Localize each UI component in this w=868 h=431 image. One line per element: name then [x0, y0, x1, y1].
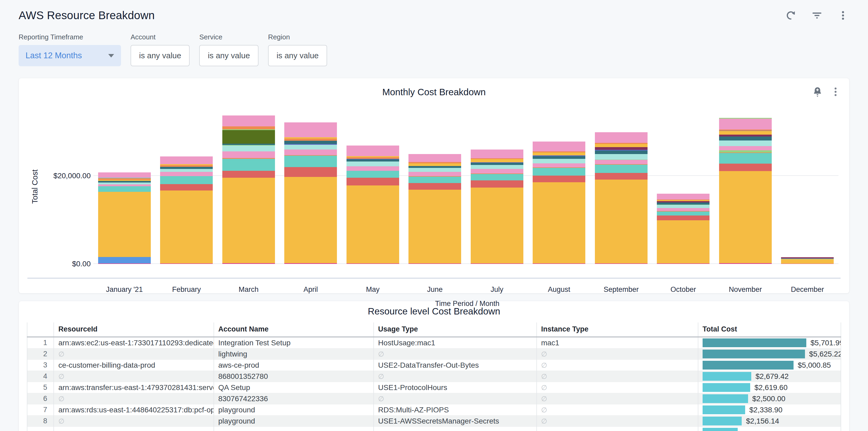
bar-segment-pink[interactable]: [533, 163, 585, 167]
bar-segment-pink[interactable]: [657, 194, 710, 199]
bar-segment-pink[interactable]: [719, 146, 772, 150]
stacked-bar[interactable]: [98, 173, 151, 264]
stacked-bar[interactable]: [284, 122, 337, 264]
bar-segment-coral[interactable]: [471, 180, 523, 187]
bar-segment-olive[interactable]: [222, 130, 275, 144]
bar-segment-amber[interactable]: [533, 182, 585, 264]
bar-segment-magenta[interactable]: [781, 264, 834, 264]
region-filter-button[interactable]: is any value: [268, 45, 327, 66]
bar-segment-teal[interactable]: [160, 176, 213, 184]
more-vert-icon[interactable]: [830, 86, 841, 98]
bar-segment-maroon[interactable]: [595, 147, 648, 150]
bar-segment-magenta[interactable]: [284, 263, 337, 264]
stacked-bar[interactable]: [408, 154, 461, 264]
bar-segment-pink[interactable]: [284, 122, 337, 137]
reporting-timeframe-dropdown[interactable]: Last 12 Months: [19, 45, 121, 66]
bar-segment-pink[interactable]: [160, 172, 213, 176]
more-vert-icon[interactable]: [837, 9, 849, 21]
bar-segment-pink[interactable]: [533, 142, 585, 151]
stacked-bar[interactable]: [471, 150, 523, 264]
bar-segment-pink[interactable]: [160, 156, 213, 164]
bar-segment-darkTeal[interactable]: [408, 166, 461, 168]
stacked-bar[interactable]: [657, 194, 710, 264]
bar-segment-orange[interactable]: [222, 126, 275, 129]
alerts-bell-icon[interactable]: [812, 86, 823, 98]
bar-segment-paleCyan[interactable]: [719, 141, 772, 146]
bar-segment-paleCyan[interactable]: [595, 154, 648, 160]
bar-segment-pink[interactable]: [471, 150, 523, 158]
bar-segment-blue[interactable]: [98, 257, 151, 263]
bar-segment-coral[interactable]: [222, 171, 275, 178]
bar-segment-darkTeal[interactable]: [471, 163, 523, 165]
bar-segment-amber[interactable]: [222, 178, 275, 263]
bar-segment-amber[interactable]: [533, 152, 585, 156]
bar-segment-pink[interactable]: [222, 151, 275, 158]
bar-segment-amber[interactable]: [160, 190, 213, 263]
bar-segment-amber[interactable]: [284, 177, 337, 263]
bar-segment-paleCyan[interactable]: [533, 159, 585, 163]
bar-segment-darkTeal[interactable]: [533, 156, 585, 159]
bar-segment-pink[interactable]: [471, 169, 523, 174]
bar-segment-pink[interactable]: [719, 119, 772, 129]
bar-segment-darkTeal[interactable]: [284, 141, 337, 144]
bar-segment-coral[interactable]: [657, 216, 710, 220]
bar-segment-lightGreen[interactable]: [719, 150, 772, 152]
bar-segment-amber[interactable]: [719, 171, 772, 263]
stacked-bar[interactable]: [222, 116, 275, 264]
bar-segment-darkTeal[interactable]: [719, 136, 772, 141]
bar-segment-amber[interactable]: [595, 180, 648, 263]
bar-segment-coral[interactable]: [284, 167, 337, 177]
bar-segment-amber[interactable]: [346, 185, 399, 264]
bar-segment-paleCyan[interactable]: [657, 205, 710, 208]
stacked-bar[interactable]: [346, 146, 399, 264]
bar-segment-teal[interactable]: [471, 174, 523, 181]
bar-segment-teal[interactable]: [346, 171, 399, 178]
bar-segment-amber[interactable]: [781, 259, 834, 264]
bar-segment-coral[interactable]: [160, 184, 213, 191]
stacked-bar[interactable]: [533, 142, 585, 264]
bar-segment-pink[interactable]: [284, 150, 337, 155]
column-header-resourceid[interactable]: ResourceId: [54, 322, 214, 337]
bar-segment-amber[interactable]: [408, 163, 461, 166]
column-header-usage-type[interactable]: Usage Type: [374, 322, 537, 337]
bar-segment-darkTeal[interactable]: [657, 203, 710, 204]
bar-segment-teal[interactable]: [98, 186, 151, 192]
bar-segment-teal[interactable]: [408, 177, 461, 183]
bar-segment-paleCyan[interactable]: [284, 145, 337, 150]
bar-segment-teal[interactable]: [284, 156, 337, 167]
stacked-bar[interactable]: [160, 156, 213, 264]
bar-segment-paleCyan[interactable]: [160, 169, 213, 172]
bar-segment-pink[interactable]: [346, 166, 399, 171]
bar-segment-magenta[interactable]: [222, 263, 275, 264]
bar-segment-coral[interactable]: [346, 178, 399, 185]
bar-segment-amber[interactable]: [471, 159, 523, 162]
bar-segment-pink[interactable]: [595, 132, 648, 143]
bar-segment-teal[interactable]: [719, 153, 772, 164]
bar-segment-teal[interactable]: [222, 159, 275, 171]
bar-segment-amber[interactable]: [595, 144, 648, 147]
bar-segment-paleCyan[interactable]: [408, 168, 461, 172]
bar-segment-darkTeal[interactable]: [595, 151, 648, 154]
refresh-icon[interactable]: [785, 9, 797, 21]
bar-segment-paleCyan[interactable]: [346, 161, 399, 166]
bar-segment-magenta[interactable]: [595, 264, 648, 264]
bar-segment-paleCyan[interactable]: [222, 146, 275, 151]
bar-segment-darkTeal[interactable]: [346, 159, 399, 161]
stacked-bar[interactable]: [595, 132, 648, 264]
bar-segment-orange[interactable]: [284, 138, 337, 141]
bar-segment-paleCyan[interactable]: [471, 165, 523, 169]
filter-icon[interactable]: [811, 9, 823, 21]
bar-segment-amber[interactable]: [657, 220, 710, 264]
bar-segment-pink[interactable]: [408, 172, 461, 176]
bar-segment-coral[interactable]: [719, 164, 772, 171]
bar-segment-paleCyan[interactable]: [98, 183, 151, 184]
bar-segment-teal[interactable]: [595, 165, 648, 173]
stacked-bar[interactable]: [719, 118, 772, 264]
bar-segment-amber[interactable]: [719, 131, 772, 134]
bar-segment-teal[interactable]: [533, 168, 585, 176]
bar-segment-magenta[interactable]: [98, 264, 151, 264]
service-filter-button[interactable]: is any value: [199, 45, 258, 66]
stacked-bar[interactable]: [781, 257, 834, 264]
bar-segment-amber[interactable]: [408, 190, 461, 263]
bar-segment-magenta[interactable]: [657, 264, 710, 264]
